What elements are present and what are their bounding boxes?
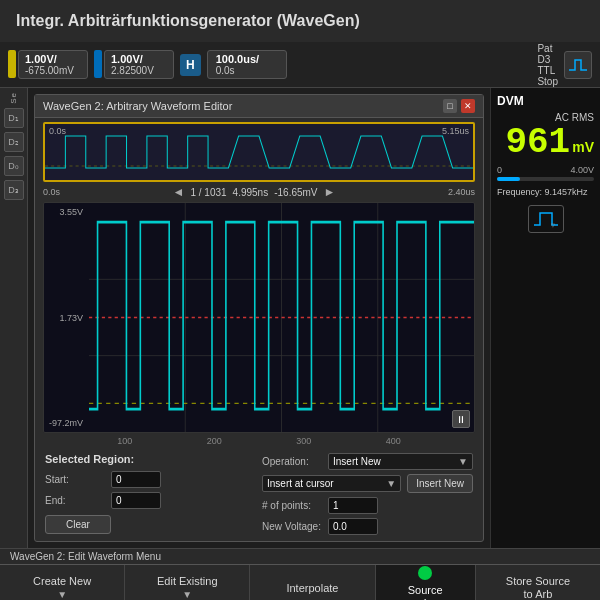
points-input[interactable] <box>328 497 378 514</box>
x-label-100: 100 <box>117 436 132 446</box>
svg-text:▽: ▽ <box>551 222 555 228</box>
operation-group: Operation: Insert New ▼ Insert at cursor… <box>262 453 473 535</box>
time-button[interactable]: 100.0us/ 0.0s <box>207 50 287 79</box>
end-input[interactable] <box>111 492 161 509</box>
left-sidebar: Se D₁ D₂ D₀ D₃ <box>0 88 28 548</box>
ch2-group[interactable]: 1.00V/ 2.82500V <box>94 50 174 79</box>
edit-existing-arrow-icon: ▼ <box>182 589 192 600</box>
overview-label-left: 0.0s <box>49 126 66 136</box>
overview-waveform: 0.0s 5.15us <box>43 122 475 182</box>
editor-title-icons: □ ✕ <box>443 99 475 113</box>
ch1-button[interactable]: 1.00V/ -675.00mV <box>18 50 88 79</box>
interpolate-label: Interpolate <box>286 582 338 594</box>
waveform-y-labels: 3.55V 1.73V -97.2mV <box>44 203 89 432</box>
ch2-val1: 1.00V/ <box>111 53 143 65</box>
ch2-val2: 2.82500V <box>111 65 154 76</box>
editor-title-bar: WaveGen 2: Arbitrary Waveform Editor □ ✕ <box>35 95 483 118</box>
operation-dropdown[interactable]: Insert New ▼ <box>328 453 473 470</box>
nav-bar: 0.0s ◄ 1 / 1031 4.995ns -16.65mV ► 2.40u… <box>35 184 483 200</box>
operation-value: Insert New <box>333 456 381 467</box>
insert-cursor-arrow-icon: ▼ <box>386 478 396 489</box>
ch2-indicator <box>94 50 102 78</box>
trig-stop-label: Stop <box>537 76 558 87</box>
edit-existing-label: Edit Existing <box>157 575 218 587</box>
source-label: Source <box>408 584 443 596</box>
dvm-range-indicator-bg <box>497 177 594 181</box>
voltage-row: New Voltage: <box>262 518 473 535</box>
source-indicator-icon <box>418 566 432 580</box>
create-new-button[interactable]: Create New ▼ <box>0 565 125 600</box>
ch1-indicator <box>8 50 16 78</box>
edit-existing-button[interactable]: Edit Existing ▼ <box>125 565 250 600</box>
x-label-300: 300 <box>296 436 311 446</box>
trig-d3-label: D3 <box>537 54 558 65</box>
insert-cursor-label: Insert at cursor <box>267 478 334 489</box>
store-source-button[interactable]: Store Source to Arb <box>476 565 600 600</box>
editor-close-btn[interactable]: ✕ <box>461 99 475 113</box>
y-label-bot: -97.2mV <box>46 418 87 428</box>
points-row: # of points: <box>262 497 473 514</box>
start-label: Start: <box>45 474 105 485</box>
create-new-label: Create New <box>33 575 91 587</box>
dvm-value-display: 961 mV <box>497 125 594 161</box>
x-label-400: 400 <box>386 436 401 446</box>
h-label[interactable]: H <box>180 54 201 76</box>
right-dvm-panel: DVM AC RMS 961 mV 0 4.00V Frequency: 9.1… <box>490 88 600 548</box>
editor-minimize-btn[interactable]: □ <box>443 99 457 113</box>
trigger-icon[interactable] <box>564 51 592 79</box>
main-area: Se D₁ D₂ D₀ D₃ WaveGen 2: Arbitrary Wave… <box>0 88 600 548</box>
nav-page-info: 1 / 1031 <box>190 187 226 198</box>
x-axis-labels: 100 200 300 400 <box>35 435 483 447</box>
insert-new-button[interactable]: Insert New <box>407 474 473 493</box>
main-waveform-area: 3.55V 1.73V -97.2mV <box>43 202 475 433</box>
sidebar-btn-d2[interactable]: D₂ <box>4 132 24 152</box>
top-controls-bar: 1.00V/ -675.00mV 1.00V/ 2.82500V H 100.0… <box>0 42 600 88</box>
start-input[interactable] <box>111 471 161 488</box>
nav-time-left: 0.0s <box>43 187 60 197</box>
ch2-button[interactable]: 1.00V/ 2.82500V <box>104 50 174 79</box>
sidebar-label-se: Se <box>9 92 18 104</box>
y-label-mid: 1.73V <box>46 313 87 323</box>
interpolate-button[interactable]: Interpolate <box>250 565 375 600</box>
bottom-buttons-bar: Create New ▼ Edit Existing ▼ Interpolate… <box>0 564 600 600</box>
insert-cursor-dropdown[interactable]: Insert at cursor ▼ <box>262 475 401 492</box>
source-button[interactable]: Source 1 <box>376 565 476 600</box>
voltage-input[interactable] <box>328 518 378 535</box>
time-val2: 0.0s <box>216 65 235 76</box>
dvm-frequency: Frequency: 9.1457kHz <box>497 187 594 197</box>
sidebar-btn-d0[interactable]: D₀ <box>4 156 24 176</box>
pause-button[interactable]: ⏸ <box>452 410 470 428</box>
dvm-unit: mV <box>572 139 594 155</box>
operation-row: Operation: Insert New ▼ <box>262 453 473 470</box>
start-row: Start: <box>45 471 256 488</box>
sidebar-btn-d1[interactable]: D₁ <box>4 108 24 128</box>
dropdown-arrow-icon: ▼ <box>458 456 468 467</box>
end-label: End: <box>45 495 105 506</box>
clear-button[interactable]: Clear <box>45 515 111 534</box>
center-content: WaveGen 2: Arbitrary Waveform Editor □ ✕… <box>28 88 490 548</box>
nav-cursor-volt: -16.65mV <box>274 187 317 198</box>
x-label-200: 200 <box>207 436 222 446</box>
nav-prev-btn[interactable]: ◄ <box>173 185 185 199</box>
create-new-arrow-icon: ▼ <box>57 589 67 600</box>
nav-center: ◄ 1 / 1031 4.995ns -16.65mV ► <box>173 185 336 199</box>
end-row: End: <box>45 492 256 509</box>
sidebar-btn-d3[interactable]: D₃ <box>4 180 24 200</box>
store-source-label: Store Source <box>506 575 570 587</box>
dvm-label: DVM <box>497 94 594 108</box>
nav-next-btn[interactable]: ► <box>324 185 336 199</box>
ch1-val1: 1.00V/ <box>25 53 57 65</box>
bottom-bar-label: WaveGen 2: Edit Waveform Menu <box>4 549 167 564</box>
waveform-editor-dialog: WaveGen 2: Arbitrary Waveform Editor □ ✕… <box>34 94 484 542</box>
time-val1: 100.0us/ <box>216 53 259 65</box>
insert-cursor-row: Insert at cursor ▼ Insert New <box>262 474 473 493</box>
selected-region-group: Selected Region: Start: End: Clear <box>45 453 256 535</box>
nav-cursor-time: 4.995ns <box>233 187 269 198</box>
store-arb-label: to Arb <box>524 588 553 600</box>
dvm-range-indicator-fill <box>497 177 520 181</box>
ch1-group[interactable]: 1.00V/ -675.00mV <box>8 50 88 79</box>
dvm-trigger-icon[interactable]: ▽ <box>528 205 564 233</box>
ch1-val2: -675.00mV <box>25 65 74 76</box>
trig-pat-label: Pat <box>537 43 558 54</box>
page-title: Integr. Arbiträrfunktionsgenerator (Wave… <box>0 0 600 42</box>
